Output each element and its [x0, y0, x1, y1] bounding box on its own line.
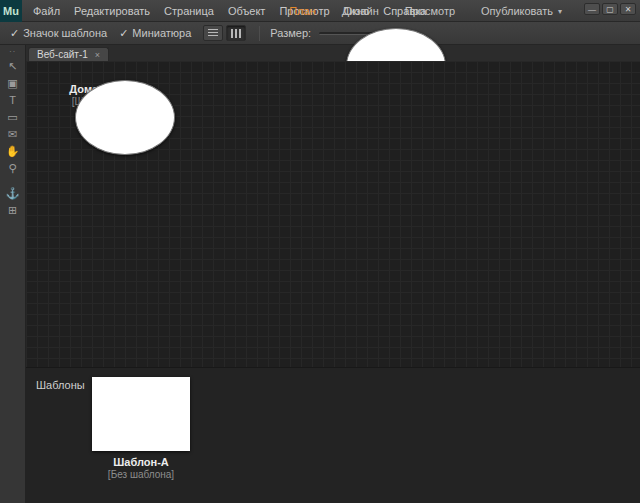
thumbnail-checkbox[interactable]: Миниатюра [132, 27, 191, 39]
rectangle-tool-button[interactable]: ▭ [2, 110, 24, 125]
check-icon[interactable]: ✓ [10, 27, 19, 40]
zoom-tool-button[interactable]: ⚲ [2, 161, 24, 176]
close-icon[interactable]: × [95, 50, 100, 60]
tools-panel: ∙∙ ↖ ▣ T ▭ ✉ ✋ ⚲ ⚓ ⊞ [0, 45, 26, 503]
templates-heading: Шаблоны [36, 379, 85, 391]
menu-page[interactable]: Страница [157, 5, 221, 17]
window-controls: — ▢ ✕ [584, 3, 636, 15]
plan-view: Веб-сайт-1 × Домашняя [Шаблон-А] Шаблоны… [26, 45, 640, 503]
check-icon[interactable]: ✓ [119, 27, 128, 40]
maximize-button[interactable]: ▢ [602, 3, 618, 15]
template-base-label: [Без шаблона] [92, 469, 190, 480]
plan-canvas[interactable]: Домашняя [Шаблон-А] [26, 61, 640, 367]
menu-edit[interactable]: Редактировать [67, 5, 157, 17]
grid-tool-button[interactable]: ⊞ [2, 203, 24, 218]
tab-bar: Веб-сайт-1 × [26, 45, 640, 61]
template-thumbnail-a[interactable] [92, 377, 190, 451]
mode-switcher: План Дизайн Просмотр Опубликовать ▾ [276, 0, 562, 22]
app-logo: Mu [0, 0, 22, 22]
title-bar: Mu Файл Редактировать Страница Объект Пр… [0, 0, 640, 22]
crop-tool-button[interactable]: ▣ [2, 76, 24, 91]
list-view-icon [208, 29, 218, 38]
text-tool-button[interactable]: T [2, 93, 24, 108]
templates-section[interactable]: Шаблоны Шаблон-А [Без шаблона] [26, 367, 640, 503]
mode-design[interactable]: Дизайн [329, 5, 392, 17]
options-toolbar: ✓ Значок шаблона ✓ Миниатюра Размер: [0, 22, 640, 45]
template-icon-checkbox[interactable]: Значок шаблона [23, 27, 107, 39]
page-thumbnail-home[interactable] [75, 80, 175, 155]
template-item-a: Шаблон-А [Без шаблона] [92, 377, 190, 480]
slideshow-tool-button[interactable]: ✉ [2, 127, 24, 142]
content-area: ∙∙ ↖ ▣ T ▭ ✉ ✋ ⚲ ⚓ ⊞ Веб-сайт-1 × [0, 45, 640, 503]
hand-tool-button[interactable]: ✋ [2, 144, 24, 159]
chevron-down-icon[interactable]: ▾ [558, 7, 562, 16]
menu-object[interactable]: Объект [221, 5, 272, 17]
anchor-tool-button[interactable]: ⚓ [2, 186, 24, 201]
columns-view-icon [231, 29, 241, 38]
muse-window: Mu Файл Редактировать Страница Объект Пр… [0, 0, 640, 503]
publish-button[interactable]: Опубликовать [468, 5, 566, 17]
mode-plan[interactable]: План [276, 5, 329, 17]
size-slider[interactable] [319, 26, 399, 40]
toolbar-divider [259, 26, 260, 41]
close-button[interactable]: ✕ [620, 3, 636, 15]
template-title[interactable]: Шаблон-А [92, 456, 190, 468]
panel-handle-icon[interactable]: ∙∙ [9, 48, 16, 57]
view-list-button[interactable] [203, 25, 223, 41]
size-label: Размер: [270, 27, 311, 39]
menu-file[interactable]: Файл [26, 5, 67, 17]
selection-tool-button[interactable]: ↖ [2, 59, 24, 74]
tab-website-1[interactable]: Веб-сайт-1 × [28, 47, 109, 61]
tab-title: Веб-сайт-1 [37, 49, 88, 60]
mode-preview[interactable]: Просмотр [392, 5, 468, 17]
page-item-home: Домашняя [Шаблон-А] [48, 78, 148, 107]
minimize-button[interactable]: — [584, 3, 600, 15]
view-columns-button[interactable] [226, 25, 246, 41]
